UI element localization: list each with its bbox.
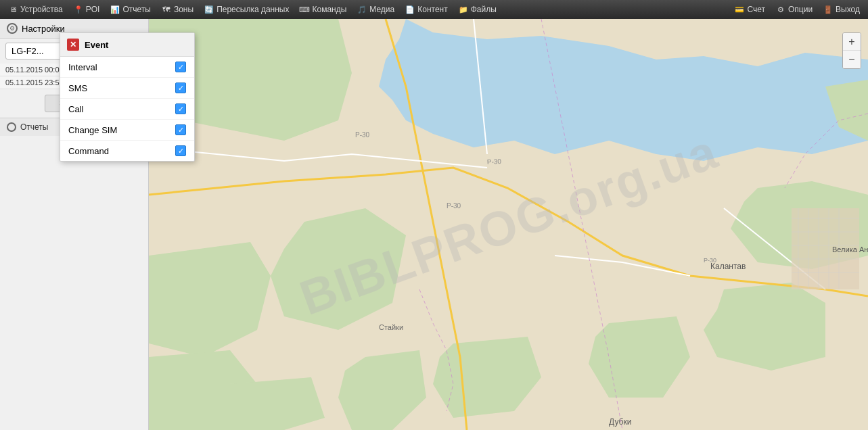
nav-devices[interactable]: 🖥 Устройства	[3, 0, 68, 19]
svg-text:Стайки: Стайки	[379, 323, 403, 331]
zoom-out-button[interactable]: −	[843, 51, 861, 68]
map-svg: Р-30 Р-30 Р-30 Р-30 Калантав Велика Андр…	[149, 19, 868, 430]
svg-text:Р-30: Р-30	[355, 131, 370, 139]
poi-icon: 📍	[74, 5, 83, 14]
account-icon: 💳	[735, 5, 744, 14]
sms-checkbox[interactable]: ✓	[175, 82, 186, 93]
sms-label: SMS	[68, 83, 87, 93]
command-label: Command	[68, 146, 109, 156]
dropdown-item-command[interactable]: Command ✓	[60, 141, 194, 161]
map-area[interactable]: Р-30 Р-30 Р-30 Р-30 Калантав Велика Андр…	[149, 19, 868, 430]
call-checkbox[interactable]: ✓	[175, 103, 186, 114]
svg-text:Р-30: Р-30	[487, 158, 502, 166]
svg-text:Калантав: Калантав	[710, 262, 746, 271]
nav-logout[interactable]: 🚪 Выход	[818, 5, 865, 14]
nav-zones[interactable]: 🗺 Зоны	[156, 0, 199, 19]
media-icon: 🎵	[357, 5, 367, 14]
event-dropdown: ✕ Event Interval ✓ SMS ✓ Call ✓ Change S…	[60, 32, 195, 162]
nav-reports[interactable]: 📊 Отчеты	[105, 0, 156, 19]
change-sim-label: Change SIM	[68, 125, 117, 135]
devices-icon: 🖥	[8, 5, 18, 14]
call-label: Call	[68, 104, 83, 114]
close-button[interactable]: ✕	[67, 39, 79, 51]
options-icon: ⚙	[776, 5, 785, 14]
nav-files[interactable]: 📁 Файлы	[453, 0, 502, 19]
nav-content[interactable]: 📄 Контент	[400, 0, 453, 19]
svg-text:Р-30: Р-30	[447, 202, 461, 210]
top-navigation: 🖥 Устройства 📍 POI 📊 Отчеты 🗺 Зоны 🔄 Пер…	[0, 0, 868, 19]
command-checkbox[interactable]: ✓	[175, 145, 186, 156]
dropdown-item-call[interactable]: Call ✓	[60, 99, 194, 120]
nav-options[interactable]: ⚙ Опции	[771, 5, 818, 14]
dropdown-item-interval[interactable]: Interval ✓	[60, 57, 194, 78]
reports-icon: 📊	[110, 5, 120, 14]
zones-icon: 🗺	[162, 5, 171, 14]
files-icon: 📁	[459, 5, 468, 14]
svg-text:Велика Андрусівка: Велика Андрусівка	[832, 245, 868, 254]
dropdown-item-sms[interactable]: SMS ✓	[60, 78, 194, 99]
change-sim-checkbox[interactable]: ✓	[175, 124, 186, 135]
logout-icon: 🚪	[823, 5, 833, 14]
dropdown-item-change-sim[interactable]: Change SIM ✓	[60, 120, 194, 141]
zoom-in-button[interactable]: +	[843, 33, 861, 51]
settings-label: Настройки	[22, 24, 65, 34]
interval-checkbox[interactable]: ✓	[175, 62, 186, 72]
commands-icon: ⌨	[300, 5, 309, 14]
dropdown-header: ✕ Event	[60, 33, 194, 57]
interval-label: Interval	[68, 62, 97, 72]
settings-gear-icon: ⚙	[7, 23, 18, 34]
data-transfer-icon: 🔄	[204, 5, 214, 14]
content-icon: 📄	[405, 5, 415, 14]
circle-icon	[7, 122, 16, 132]
nav-account[interactable]: 💳 Счет	[729, 5, 771, 14]
nav-poi[interactable]: 📍 POI	[68, 0, 106, 19]
nav-data-transfer[interactable]: 🔄 Пересылка данных	[199, 0, 294, 19]
topnav-right: 💳 Счет ⚙ Опции 🚪 Выход	[729, 5, 865, 14]
nav-commands[interactable]: ⌨ Команды	[294, 0, 352, 19]
svg-text:Дубки: Дубки	[609, 417, 631, 427]
map-zoom-controls: + −	[842, 32, 861, 69]
device-label: LG-F2...	[12, 46, 44, 56]
nav-media[interactable]: 🎵 Медиа	[352, 0, 400, 19]
reports-label: Отчеты	[20, 122, 48, 132]
dropdown-title: Event	[85, 40, 108, 50]
